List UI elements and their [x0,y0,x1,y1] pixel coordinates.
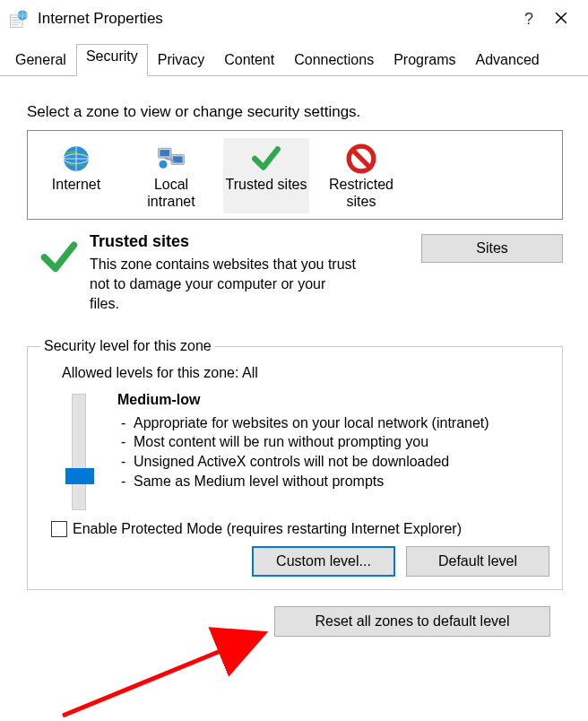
inetcpl-icon [9,9,29,29]
globe-icon [33,142,119,176]
help-button[interactable]: ? [514,10,543,29]
reset-all-zones-button[interactable]: Reset all zones to default level [274,606,550,637]
prohibited-icon [318,142,404,176]
zone-restricted-sites[interactable]: Restricted sites [318,138,404,213]
security-slider[interactable] [72,394,86,510]
level-point: Most content will be run without prompti… [117,432,549,452]
close-button[interactable] [543,12,579,27]
zone-local-intranet[interactable]: Local intranet [128,138,214,213]
zone-trusted-sites[interactable]: Trusted sites [223,138,309,213]
tab-general[interactable]: General [5,46,76,76]
titlebar: Internet Properties ? [0,0,588,36]
slider-thumb[interactable] [65,468,94,484]
svg-point-9 [160,161,168,169]
tab-strip: General Security Privacy Content Connect… [0,36,588,76]
custom-level-button[interactable]: Custom level... [252,546,395,577]
checkmark-icon [223,142,309,176]
svg-rect-6 [160,150,169,156]
sites-button[interactable]: Sites [421,234,563,263]
zone-label: Trusted sites [223,176,309,193]
allowed-levels: Allowed levels for this zone: All [62,365,549,381]
level-point: Appropriate for websites on your local n… [117,413,549,433]
svg-rect-8 [173,156,183,162]
zone-label: Local intranet [128,176,214,210]
tab-security[interactable]: Security [76,44,148,76]
zone-internet[interactable]: Internet [33,138,119,213]
tab-content[interactable]: Content [214,46,284,76]
zone-list: Internet Local intranet Tru [27,130,563,220]
security-level-group: Security level for this zone Allowed lev… [27,338,563,590]
tab-connections[interactable]: Connections [284,46,384,76]
protected-mode-label: Enable Protected Mode (requires restarti… [73,521,462,537]
level-point: Unsigned ActiveX controls will not be do… [117,452,549,472]
security-level-legend: Security level for this zone [40,338,215,354]
level-name: Medium-low [117,390,549,410]
window-title: Internet Properties [38,10,514,28]
zone-detail-desc: This zone contains websites that you tru… [90,255,359,313]
intranet-icon [128,142,214,176]
tab-advanced[interactable]: Advanced [466,46,549,76]
zone-detail: Trusted sites This zone contains website… [39,232,563,313]
zone-label: Restricted sites [318,176,404,210]
tab-programs[interactable]: Programs [384,46,465,76]
default-level-button[interactable]: Default level [406,546,549,577]
zone-detail-title: Trusted sites [90,232,412,251]
level-point: Same as Medium level without prompts [117,472,549,491]
tab-privacy[interactable]: Privacy [148,46,214,76]
svg-line-11 [63,635,260,716]
zone-label: Internet [33,176,119,193]
zone-prompt: Select a zone to view or change security… [27,103,572,121]
protected-mode-checkbox[interactable] [51,521,67,537]
checkmark-icon [39,232,90,313]
